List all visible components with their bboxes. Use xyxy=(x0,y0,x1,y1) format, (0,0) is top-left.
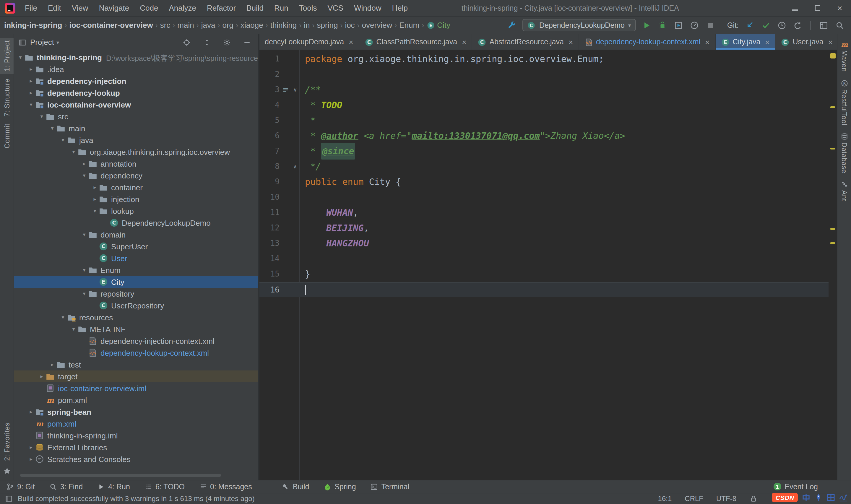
build-project-button[interactable] xyxy=(505,18,519,32)
breadcrumb-spring[interactable]: spring xyxy=(316,21,339,30)
tool-button-terminal[interactable]: Terminal xyxy=(370,482,410,491)
tree-item-main[interactable]: ▾main xyxy=(14,122,258,134)
line-number[interactable]: 9 xyxy=(259,174,279,190)
tree-toggle-icon[interactable]: ▾ xyxy=(80,173,88,178)
tree-item-dependency-injection-context-xml[interactable]: </>dependency-injection-context.xml xyxy=(14,335,258,347)
layout-windows-button[interactable] xyxy=(817,18,830,32)
tree-toggle-icon[interactable]: ▸ xyxy=(80,161,88,167)
tree-item-scratches-and-consoles[interactable]: ▸Scratches and Consoles xyxy=(14,453,258,465)
minimize-button[interactable] xyxy=(784,0,806,16)
tree-item-repository[interactable]: ▾repository xyxy=(14,288,258,300)
project-horizontal-scrollbar[interactable] xyxy=(20,474,221,477)
breadcrumb-xiaoge[interactable]: xiaoge xyxy=(240,21,264,30)
line-number[interactable]: 11 xyxy=(259,205,279,220)
line-number[interactable]: 15 xyxy=(259,267,279,282)
line-number[interactable]: 13 xyxy=(259,236,279,251)
tool-windows-toggle-icon[interactable] xyxy=(5,494,13,503)
line-number[interactable]: 1 xyxy=(259,51,279,67)
menu-navigate[interactable]: Navigate xyxy=(94,0,135,16)
tree-toggle-icon[interactable]: ▾ xyxy=(27,102,35,108)
tool-button-4-run[interactable]: 4: Run xyxy=(97,482,130,491)
breadcrumb-overview[interactable]: overview xyxy=(361,21,393,30)
line-number[interactable]: 2 xyxy=(259,67,279,82)
tree-item-dependencylookupdemo[interactable]: CDependencyLookupDemo xyxy=(14,217,258,229)
tree-item-dependency-lookup-context-xml[interactable]: </>dependency-lookup-context.xml xyxy=(14,347,258,359)
settings-button[interactable] xyxy=(220,35,233,49)
tree-item-spring-bean[interactable]: ▸spring-bean xyxy=(14,406,258,418)
tree-item-resources[interactable]: ▾resources xyxy=(14,311,258,323)
menu-tools[interactable]: Tools xyxy=(294,0,322,16)
warning-mark[interactable] xyxy=(830,148,835,149)
tree-item-target[interactable]: ▸target xyxy=(14,371,258,382)
hide-button[interactable] xyxy=(240,35,254,49)
tab-close-icon[interactable]: × xyxy=(828,37,833,47)
locate-button[interactable] xyxy=(180,35,193,49)
tree-toggle-icon[interactable]: ▾ xyxy=(91,208,99,214)
menu-refactor[interactable]: Refactor xyxy=(201,0,241,16)
tree-toggle-icon[interactable]: ▾ xyxy=(38,113,46,119)
tree-item-org-xiaoge-thinking-in-spring-ioc-overview[interactable]: ▾org.xiaoge.thinking.in.spring.ioc.overv… xyxy=(14,146,258,158)
code-line-8[interactable]: 8∧ */ xyxy=(259,159,829,174)
code-line-13[interactable]: 13 HANGZHOU xyxy=(259,236,829,251)
lock-icon[interactable] xyxy=(749,494,758,503)
menu-vcs[interactable]: VCS xyxy=(322,0,348,16)
tree-toggle-icon[interactable]: ▸ xyxy=(27,66,35,72)
menu-analyze[interactable]: Analyze xyxy=(163,0,201,16)
breadcrumb-ioc[interactable]: ioc xyxy=(344,21,355,30)
tree-item-city[interactable]: ECity xyxy=(14,276,258,288)
tree-toggle-icon[interactable]: ▸ xyxy=(27,90,35,96)
tree-item-test[interactable]: ▸test xyxy=(14,359,258,371)
tree-toggle-icon[interactable]: ▸ xyxy=(27,409,35,415)
code-line-9[interactable]: 9public enum City { xyxy=(259,174,829,190)
tree-item-ioc-container-overview-iml[interactable]: ioc-container-overview.iml xyxy=(14,382,258,394)
tree-toggle-icon[interactable]: ▸ xyxy=(38,374,46,379)
tool-button-build[interactable]: Build xyxy=(282,482,309,491)
warning-mark[interactable] xyxy=(830,106,835,108)
line-number[interactable]: 3 xyxy=(259,82,279,97)
breadcrumb-main[interactable]: main xyxy=(177,21,195,30)
breadcrumb-thinking[interactable]: thinking xyxy=(270,21,297,30)
tree-item-thinking-in-spring-iml[interactable]: thinking-in-spring.iml xyxy=(14,430,258,442)
close-button[interactable]: × xyxy=(829,0,851,16)
caret-position-widget[interactable]: 16:1 xyxy=(658,494,672,503)
code-line-15[interactable]: 15} xyxy=(259,267,829,282)
tree-item-java[interactable]: ▾java xyxy=(14,134,258,146)
tree-toggle-icon[interactable]: ▾ xyxy=(80,267,88,273)
code-line-10[interactable]: 10 xyxy=(259,190,829,205)
stripe-button-ant[interactable]: Ant xyxy=(837,178,851,204)
tree-toggle-icon[interactable]: ▾ xyxy=(70,326,77,332)
update-project-button[interactable] xyxy=(743,18,757,32)
stripe-button-restfultool[interactable]: RRestfulTool xyxy=(837,76,851,128)
line-number[interactable]: 5 xyxy=(259,113,279,128)
debug-button[interactable] xyxy=(656,18,669,32)
encoding-widget[interactable]: UTF-8 xyxy=(716,494,736,503)
fold-marker-icon[interactable]: ∧ xyxy=(291,159,299,174)
tree-item-thinking-in-spring[interactable]: ▾thinking-in-springD:\workspace\极客学习\spr… xyxy=(14,51,258,63)
breadcrumb-org[interactable]: org xyxy=(222,21,234,30)
revert-button[interactable] xyxy=(791,18,804,32)
code-line-1[interactable]: 1package org.xiaoge.thinking.in.spring.i… xyxy=(259,51,829,67)
line-number[interactable]: 12 xyxy=(259,220,279,236)
menu-build[interactable]: Build xyxy=(241,0,269,16)
line-number[interactable]: 6 xyxy=(259,128,279,144)
run-button[interactable] xyxy=(640,18,653,32)
fold-marker-icon[interactable]: ∨ xyxy=(291,82,299,97)
line-number[interactable]: 14 xyxy=(259,251,279,267)
tree-item-superuser[interactable]: CSuperUser xyxy=(14,240,258,252)
stop-button[interactable] xyxy=(704,18,717,32)
tree-item-enum[interactable]: ▾Enum xyxy=(14,264,258,276)
tree-item-dependency-injection[interactable]: ▸dependency-injection xyxy=(14,75,258,87)
commit-check-button[interactable] xyxy=(759,18,773,32)
tab-dependency-lookup-context-xml[interactable]: </>dependency-lookup-context.xml× xyxy=(579,34,716,50)
warning-mark[interactable] xyxy=(830,242,835,244)
search-everywhere-button[interactable] xyxy=(833,18,846,32)
event-log-widget[interactable]: 1 Event Log xyxy=(773,482,818,491)
tab-user-java[interactable]: CUser.java× xyxy=(776,34,838,50)
line-separator-widget[interactable]: CRLF xyxy=(685,494,703,503)
tool-button-spring[interactable]: Spring xyxy=(323,482,356,491)
run-config-combo[interactable]: C DependencyLookupDemo ▾ xyxy=(523,19,636,31)
line-number[interactable]: 4 xyxy=(259,97,279,113)
breadcrumb-in[interactable]: in xyxy=(303,21,310,30)
tree-toggle-icon[interactable]: ▾ xyxy=(80,291,88,296)
tool-button-3-find[interactable]: 3: Find xyxy=(49,482,83,491)
